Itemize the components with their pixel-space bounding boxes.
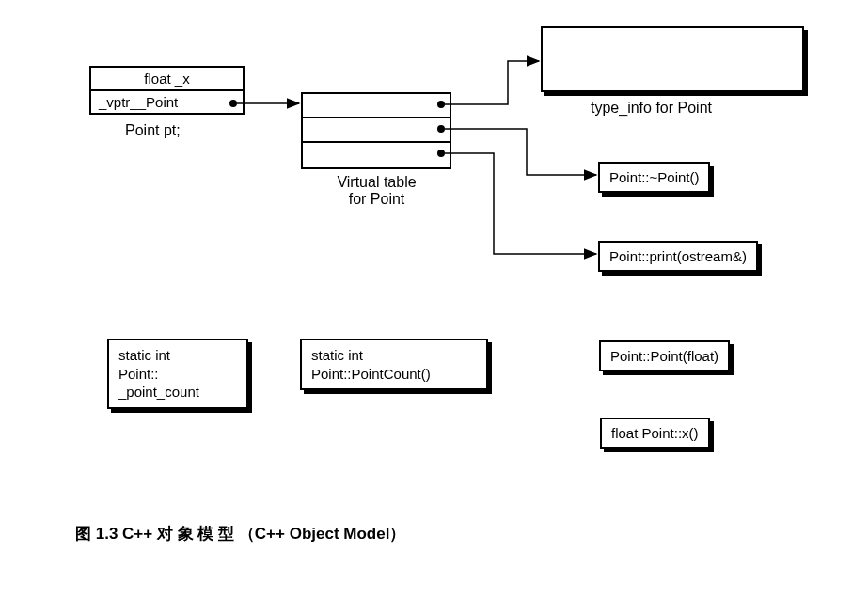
static-count-box: static int Point:: _point_count [107,339,248,409]
static-pointcount-box: static int Point::PointCount() [300,339,488,390]
vptr-label: _vptr__Point [99,94,178,110]
print-box: Point::print(ostream&) [598,241,758,272]
typeinfo-label: type_info for Point [591,100,712,117]
point-object-label: Point pt; [125,122,181,139]
point-object-box: float _x _vptr__Point [89,66,245,115]
vtable-box [301,92,451,169]
figure-caption: 图 1.3 C++ 对 象 模 型 （C++ Object Model） [75,523,405,544]
vtable-dot-1 [437,125,445,133]
vtable-dot-2 [437,150,445,157]
count-line2: Point:: [118,366,159,382]
x-box: float Point::x() [600,418,710,449]
point-field-vptr: _vptr__Point [91,91,243,113]
pointcount-line2: Point::PointCount() [311,366,431,382]
vtable-dot-0 [437,101,445,108]
arrow-slot0-typeinfo [445,61,539,104]
vtable-label-line1: Virtual table [337,174,416,190]
point-field-x: float _x [91,68,243,91]
vptr-dot [229,100,237,107]
vtable-slot-1 [303,118,450,143]
pointcount-line1: static int [311,347,363,363]
ctor-box: Point::Point(float) [599,340,730,371]
typeinfo-box [541,26,804,92]
vtable-slot-0 [303,94,450,118]
vtable-label-line2: for Point [349,191,405,207]
count-line1: static int [118,347,170,363]
vtable-label: Virtual table for Point [327,174,426,208]
dtor-box: Point::~Point() [598,162,710,193]
arrow-slot2-print [445,153,596,254]
arrow-slot1-dtor [445,129,596,175]
vtable-slot-2 [303,143,450,167]
count-line3: _point_count [118,384,199,400]
